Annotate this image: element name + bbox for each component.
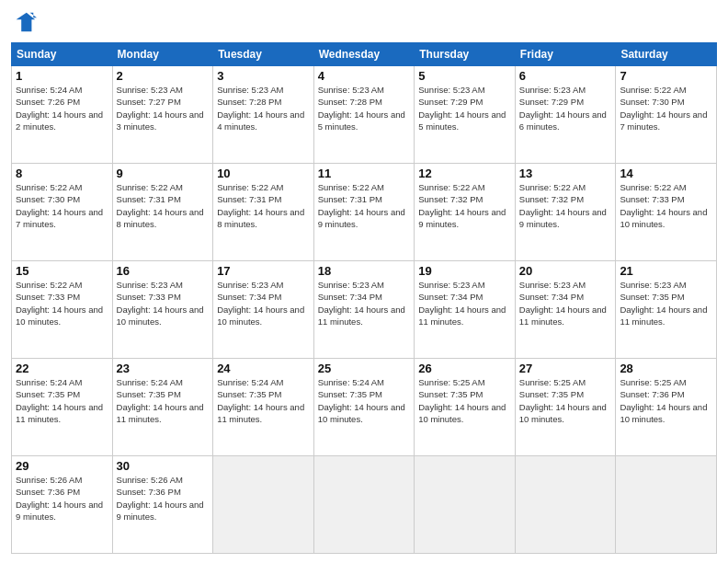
calendar-cell (515, 456, 616, 554)
calendar-cell: 22Sunrise: 5:24 AMSunset: 7:35 PMDayligh… (12, 359, 113, 456)
day-info: Sunrise: 5:22 AMSunset: 7:32 PMDaylight:… (418, 181, 511, 230)
calendar-cell (213, 456, 314, 554)
day-number: 19 (418, 264, 511, 278)
calendar-week-4: 22Sunrise: 5:24 AMSunset: 7:35 PMDayligh… (12, 359, 717, 456)
day-info: Sunrise: 5:23 AMSunset: 7:27 PMDaylight:… (117, 84, 210, 132)
calendar-week-1: 1Sunrise: 5:24 AMSunset: 7:26 PMDaylight… (12, 66, 717, 164)
day-info: Sunrise: 5:23 AMSunset: 7:28 PMDaylight:… (217, 84, 310, 132)
day-number: 5 (418, 69, 511, 83)
day-number: 2 (117, 69, 210, 83)
day-info: Sunrise: 5:26 AMSunset: 7:36 PMDaylight:… (117, 474, 210, 523)
day-info: Sunrise: 5:23 AMSunset: 7:28 PMDaylight:… (318, 84, 411, 132)
col-header-thursday: Thursday (415, 43, 516, 66)
calendar-cell: 6Sunrise: 5:23 AMSunset: 7:29 PMDaylight… (515, 66, 616, 164)
day-number: 30 (117, 459, 210, 473)
day-number: 13 (519, 167, 612, 180)
calendar-cell: 3Sunrise: 5:23 AMSunset: 7:28 PMDaylight… (213, 66, 314, 164)
col-header-tuesday: Tuesday (213, 43, 314, 66)
day-info: Sunrise: 5:24 AMSunset: 7:35 PMDaylight:… (217, 376, 310, 425)
day-info: Sunrise: 5:23 AMSunset: 7:29 PMDaylight:… (418, 84, 511, 132)
day-info: Sunrise: 5:24 AMSunset: 7:35 PMDaylight:… (117, 376, 210, 425)
day-info: Sunrise: 5:23 AMSunset: 7:34 PMDaylight:… (217, 279, 310, 327)
col-header-saturday: Saturday (616, 43, 717, 66)
day-info: Sunrise: 5:22 AMSunset: 7:32 PMDaylight:… (519, 181, 612, 230)
calendar-cell: 20Sunrise: 5:23 AMSunset: 7:34 PMDayligh… (515, 261, 616, 359)
day-number: 24 (217, 362, 310, 375)
day-info: Sunrise: 5:23 AMSunset: 7:34 PMDaylight:… (519, 279, 612, 327)
calendar-cell: 1Sunrise: 5:24 AMSunset: 7:26 PMDaylight… (12, 66, 113, 164)
calendar-cell: 28Sunrise: 5:25 AMSunset: 7:36 PMDayligh… (616, 359, 717, 456)
page: SundayMondayTuesdayWednesdayThursdayFrid… (0, 0, 728, 563)
day-number: 25 (318, 362, 411, 375)
col-header-sunday: Sunday (12, 43, 113, 66)
calendar-cell: 29Sunrise: 5:26 AMSunset: 7:36 PMDayligh… (12, 456, 113, 554)
calendar-cell: 23Sunrise: 5:24 AMSunset: 7:35 PMDayligh… (112, 359, 213, 456)
day-info: Sunrise: 5:22 AMSunset: 7:33 PMDaylight:… (16, 279, 108, 327)
day-number: 7 (620, 69, 712, 83)
calendar-header-row: SundayMondayTuesdayWednesdayThursdayFrid… (12, 43, 717, 66)
col-header-monday: Monday (112, 43, 213, 66)
calendar-cell: 2Sunrise: 5:23 AMSunset: 7:27 PMDaylight… (112, 66, 213, 164)
day-number: 15 (16, 264, 108, 278)
day-number: 14 (620, 167, 712, 180)
calendar-cell: 14Sunrise: 5:22 AMSunset: 7:33 PMDayligh… (616, 164, 717, 261)
day-info: Sunrise: 5:23 AMSunset: 7:33 PMDaylight:… (117, 279, 210, 327)
day-info: Sunrise: 5:26 AMSunset: 7:36 PMDaylight:… (16, 474, 108, 523)
day-info: Sunrise: 5:25 AMSunset: 7:35 PMDaylight:… (519, 376, 612, 425)
day-number: 1 (16, 69, 108, 83)
calendar-cell: 18Sunrise: 5:23 AMSunset: 7:34 PMDayligh… (313, 261, 415, 359)
day-number: 8 (16, 167, 108, 180)
calendar-cell: 19Sunrise: 5:23 AMSunset: 7:34 PMDayligh… (415, 261, 516, 359)
calendar-cell: 12Sunrise: 5:22 AMSunset: 7:32 PMDayligh… (415, 164, 516, 261)
day-number: 3 (217, 69, 310, 83)
calendar-cell: 4Sunrise: 5:23 AMSunset: 7:28 PMDaylight… (313, 66, 415, 164)
calendar-cell: 27Sunrise: 5:25 AMSunset: 7:35 PMDayligh… (515, 359, 616, 456)
calendar-cell: 7Sunrise: 5:22 AMSunset: 7:30 PMDaylight… (616, 66, 717, 164)
day-number: 9 (117, 167, 210, 180)
logo-icon (11, 9, 37, 35)
calendar-cell: 25Sunrise: 5:24 AMSunset: 7:35 PMDayligh… (313, 359, 415, 456)
day-number: 4 (318, 69, 411, 83)
svg-marker-0 (17, 13, 36, 32)
col-header-friday: Friday (515, 43, 616, 66)
day-number: 21 (620, 264, 712, 278)
calendar-cell: 9Sunrise: 5:22 AMSunset: 7:31 PMDaylight… (112, 164, 213, 261)
day-number: 28 (620, 362, 712, 375)
day-number: 20 (519, 264, 612, 278)
calendar-week-3: 15Sunrise: 5:22 AMSunset: 7:33 PMDayligh… (12, 261, 717, 359)
calendar-cell (616, 456, 717, 554)
calendar-cell: 21Sunrise: 5:23 AMSunset: 7:35 PMDayligh… (616, 261, 717, 359)
day-number: 17 (217, 264, 310, 278)
day-info: Sunrise: 5:23 AMSunset: 7:35 PMDaylight:… (620, 279, 712, 327)
calendar-cell (415, 456, 516, 554)
col-header-wednesday: Wednesday (313, 43, 415, 66)
day-number: 10 (217, 167, 310, 180)
day-number: 12 (418, 167, 511, 180)
day-number: 26 (418, 362, 511, 375)
day-info: Sunrise: 5:23 AMSunset: 7:29 PMDaylight:… (519, 84, 612, 132)
calendar-cell: 24Sunrise: 5:24 AMSunset: 7:35 PMDayligh… (213, 359, 314, 456)
day-info: Sunrise: 5:22 AMSunset: 7:30 PMDaylight:… (16, 181, 108, 230)
day-number: 22 (16, 362, 108, 375)
day-number: 27 (519, 362, 612, 375)
calendar-week-5: 29Sunrise: 5:26 AMSunset: 7:36 PMDayligh… (12, 456, 717, 554)
day-info: Sunrise: 5:22 AMSunset: 7:31 PMDaylight:… (217, 181, 310, 230)
calendar-cell: 11Sunrise: 5:22 AMSunset: 7:31 PMDayligh… (313, 164, 415, 261)
calendar-cell: 17Sunrise: 5:23 AMSunset: 7:34 PMDayligh… (213, 261, 314, 359)
day-number: 11 (318, 167, 411, 180)
calendar-cell: 30Sunrise: 5:26 AMSunset: 7:36 PMDayligh… (112, 456, 213, 554)
logo (11, 9, 40, 35)
calendar-cell: 10Sunrise: 5:22 AMSunset: 7:31 PMDayligh… (213, 164, 314, 261)
day-info: Sunrise: 5:22 AMSunset: 7:31 PMDaylight:… (117, 181, 210, 230)
calendar-cell: 15Sunrise: 5:22 AMSunset: 7:33 PMDayligh… (12, 261, 113, 359)
day-info: Sunrise: 5:25 AMSunset: 7:36 PMDaylight:… (620, 376, 712, 425)
day-info: Sunrise: 5:22 AMSunset: 7:33 PMDaylight:… (620, 181, 712, 230)
day-info: Sunrise: 5:25 AMSunset: 7:35 PMDaylight:… (418, 376, 511, 425)
day-info: Sunrise: 5:22 AMSunset: 7:30 PMDaylight:… (620, 84, 712, 132)
day-info: Sunrise: 5:23 AMSunset: 7:34 PMDaylight:… (318, 279, 411, 327)
day-number: 16 (117, 264, 210, 278)
day-number: 6 (519, 69, 612, 83)
header (11, 9, 717, 35)
day-info: Sunrise: 5:24 AMSunset: 7:26 PMDaylight:… (16, 84, 108, 132)
day-number: 23 (117, 362, 210, 375)
